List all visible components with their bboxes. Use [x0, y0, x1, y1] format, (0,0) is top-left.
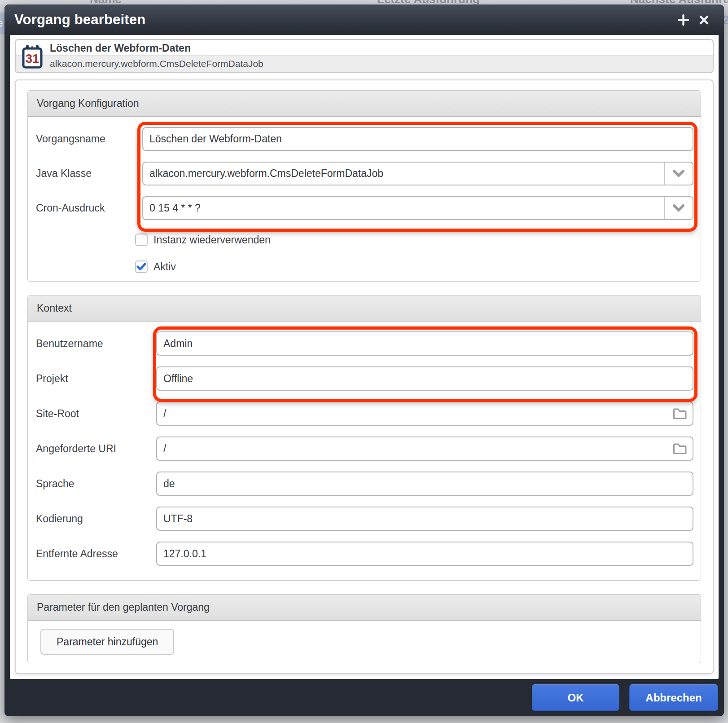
- job-class: alkacon.mercury.webform.CmsDeleteFormDat…: [50, 58, 263, 69]
- folder-icon: [672, 442, 687, 455]
- java-class-input[interactable]: [143, 163, 664, 185]
- site-root-input[interactable]: [157, 402, 667, 425]
- project-input[interactable]: [157, 367, 693, 390]
- user-input[interactable]: [157, 332, 693, 355]
- svg-text:31: 31: [26, 52, 39, 66]
- reuse-instance-row: Instanz wiederverwenden: [135, 234, 693, 246]
- project-label: Projekt: [36, 373, 156, 385]
- field-row-site-root: Site-Root: [36, 401, 693, 426]
- field-row-job-name: Vorgangsname: [36, 127, 693, 151]
- screen: Name Letzte Ausführung Nächste Ausführun…: [0, 0, 728, 723]
- section-config-body: Vorgangsname Java Klasse: [28, 117, 701, 281]
- section-parameters-body: Parameter hinzufügen: [28, 621, 701, 663]
- section-config-header: Vorgang Konfiguration: [28, 91, 701, 117]
- section-context-header: Kontext: [28, 295, 701, 322]
- uri-field: [156, 436, 693, 461]
- add-parameter-button[interactable]: Parameter hinzufügen: [40, 629, 174, 655]
- uri-browse-button[interactable]: [667, 437, 693, 460]
- field-row-language: Sprache: [36, 472, 693, 496]
- section-config: Vorgang Konfiguration Vorgangsname Java …: [27, 90, 701, 282]
- java-class-combobox: [142, 162, 693, 185]
- chevron-down-icon: [672, 204, 685, 212]
- job-name-label: Vorgangsname: [36, 133, 142, 145]
- field-row-project: Projekt: [36, 366, 693, 391]
- bg-column-next-execution: Nächste Ausführung: [630, 0, 728, 4]
- bg-column-last-execution: Letzte Ausführung: [377, 0, 480, 4]
- site-root-label: Site-Root: [36, 408, 156, 420]
- site-root-browse-button[interactable]: [667, 402, 693, 425]
- job-name-field: [142, 127, 693, 151]
- reuse-instance-checkbox[interactable]: [135, 234, 148, 246]
- remote-address-label: Entfernte Adresse: [36, 548, 156, 560]
- section-context: Kontext Benutzername Projekt: [27, 295, 701, 581]
- close-button[interactable]: [693, 9, 714, 30]
- field-row-user: Benutzername: [36, 331, 693, 356]
- dialog-titlebar[interactable]: Vorgang bearbeiten: [4, 4, 724, 35]
- encoding-label: Kodierung: [36, 513, 156, 525]
- ok-button[interactable]: OK: [532, 684, 619, 711]
- section-context-body: Benutzername Projekt Sit: [28, 322, 701, 580]
- bg-column-name: Name: [90, 0, 122, 4]
- field-row-cron: Cron-Ausdruck: [36, 196, 693, 220]
- active-label: Aktiv: [153, 261, 176, 273]
- remote-address-field: [156, 542, 693, 566]
- job-header: 31 Löschen der Webform-Daten alkacon.mer…: [15, 39, 714, 73]
- java-class-label: Java Klasse: [36, 168, 142, 180]
- field-row-java-class: Java Klasse: [36, 162, 693, 185]
- language-label: Sprache: [36, 478, 156, 490]
- edit-job-dialog: Vorgang bearbeiten: [4, 4, 724, 716]
- folder-icon: [672, 407, 687, 420]
- section-parameters-header: Parameter für den geplanten Vorgang: [28, 595, 701, 621]
- dialog-form-panel: Vorgang Konfiguration Vorgangsname Java …: [15, 79, 714, 674]
- cron-label: Cron-Ausdruck: [36, 202, 142, 214]
- dialog-footer: OK Abbrechen: [4, 679, 724, 716]
- plus-icon: [677, 14, 689, 26]
- language-field: [156, 472, 693, 496]
- active-checkbox[interactable]: [135, 260, 148, 273]
- active-row: Aktiv: [135, 260, 693, 273]
- cron-combobox: [142, 196, 693, 220]
- background-table-header: Name Letzte Ausführung Nächste Ausführun…: [0, 0, 728, 4]
- cron-input[interactable]: [143, 197, 664, 219]
- cron-dropdown-button[interactable]: [664, 197, 693, 219]
- encoding-input[interactable]: [157, 507, 693, 530]
- field-row-remote-address: Entfernte Adresse: [36, 542, 693, 566]
- java-class-dropdown-button[interactable]: [664, 163, 693, 185]
- uri-label: Angeforderte URI: [36, 443, 156, 455]
- language-input[interactable]: [157, 472, 693, 495]
- user-field: [156, 331, 693, 356]
- uri-input[interactable]: [157, 437, 667, 460]
- reuse-instance-label: Instanz wiederverwenden: [153, 234, 271, 246]
- field-row-encoding: Kodierung: [36, 507, 693, 531]
- close-icon: [699, 15, 709, 25]
- site-root-field: [156, 401, 693, 426]
- user-label: Benutzername: [36, 338, 156, 350]
- section-parameters: Parameter für den geplanten Vorgang Para…: [27, 594, 701, 663]
- dialog-title: Vorgang bearbeiten: [14, 12, 673, 28]
- job-name-input[interactable]: [143, 128, 693, 150]
- encoding-field: [156, 507, 693, 531]
- field-row-uri: Angeforderte URI: [36, 436, 693, 461]
- dialog-content: 31 Löschen der Webform-Daten alkacon.mer…: [10, 35, 719, 679]
- check-icon: [136, 263, 146, 271]
- project-field: [156, 366, 693, 391]
- chevron-down-icon: [672, 170, 685, 178]
- cancel-button[interactable]: Abbrechen: [629, 684, 718, 711]
- remote-address-input[interactable]: [157, 542, 693, 565]
- job-title: Löschen der Webform-Daten: [50, 42, 191, 54]
- maximize-button[interactable]: [673, 9, 693, 30]
- calendar-icon: 31: [22, 44, 43, 71]
